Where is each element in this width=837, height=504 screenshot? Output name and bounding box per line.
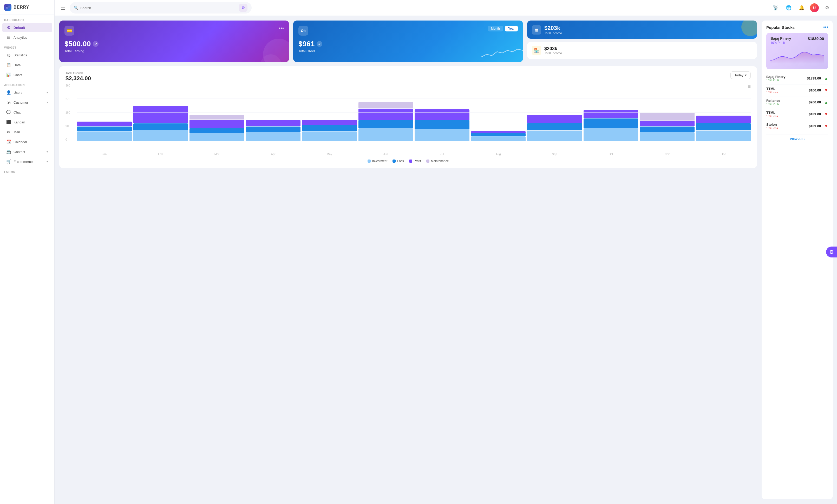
sidebar-item-contact[interactable]: 📇 Contact ▾ bbox=[2, 147, 52, 156]
sidebar-item-default-label: Default bbox=[14, 26, 25, 30]
data-icon: 📋 bbox=[6, 62, 11, 67]
view-all-button[interactable]: View All › bbox=[766, 135, 828, 141]
chart-area: ≡ 360 270 180 90 0 bbox=[66, 84, 751, 157]
popular-stocks-menu[interactable]: ••• bbox=[823, 25, 828, 30]
avatar[interactable]: U bbox=[810, 3, 819, 12]
featured-chart-svg bbox=[770, 47, 824, 65]
mail-icon: ✉ bbox=[6, 130, 11, 134]
earning-card-menu[interactable]: ••• bbox=[279, 26, 284, 31]
income-top-card: ▦ $203k Total Income bbox=[527, 20, 757, 39]
stock-price-4: $189.00 bbox=[809, 124, 821, 128]
logo-area: 🫐 BERRY bbox=[0, 0, 54, 15]
stock-sub-0: 10% Profit bbox=[766, 79, 785, 82]
translate-button[interactable]: 🌐 bbox=[784, 3, 793, 13]
loss-dot bbox=[392, 160, 396, 163]
stock-price-0: $1839.00 bbox=[807, 76, 821, 80]
header: ☰ 🔍 ⚙ 📡 🌐 🔔 U ⚙ bbox=[55, 0, 837, 16]
users-chevron: ▾ bbox=[47, 91, 48, 94]
stock-sub-1: 10% loss bbox=[766, 91, 778, 94]
month-label-oct: Oct bbox=[584, 152, 638, 156]
growth-period-button[interactable]: Today ▾ bbox=[730, 72, 751, 79]
stock-name-4: Stolon bbox=[766, 123, 778, 127]
popular-stocks-card: Popular Stocks ••• Bajaj Finery 10% Prof… bbox=[762, 20, 833, 499]
sidebar-item-chart[interactable]: 📊 Chart bbox=[2, 70, 52, 79]
filter-button[interactable]: ⚙ bbox=[239, 4, 247, 12]
y-label-360: 360 bbox=[66, 84, 70, 87]
stock-arrow-4: ▼ bbox=[824, 124, 828, 129]
order-card-header: 🛍 Month Year bbox=[298, 26, 518, 36]
income-bottom-icon: 🏪 bbox=[532, 46, 541, 55]
chart-legend: Investment Loss Profit Maintenance bbox=[66, 159, 751, 163]
sidebar-item-customer[interactable]: 🛍 Customer ▾ bbox=[2, 98, 52, 107]
translate-icon: 🌐 bbox=[786, 5, 791, 11]
contact-icon: 📇 bbox=[6, 149, 11, 154]
application-section-label: Application bbox=[0, 80, 54, 88]
chat-icon: 💬 bbox=[6, 110, 11, 115]
sidebar-item-statistics[interactable]: ◎ Statistics bbox=[2, 50, 52, 60]
stock-row-3[interactable]: TTML10% loss$189.00▼ bbox=[766, 108, 828, 120]
income-bottom-label: Total Income bbox=[544, 52, 562, 55]
order-card-icon: 🛍 bbox=[298, 26, 308, 36]
growth-header: Total Growth $2,324.00 Today ▾ bbox=[66, 72, 751, 82]
stock-arrow-1: ▼ bbox=[824, 88, 828, 93]
income-top-label: Total Income bbox=[544, 32, 562, 35]
stock-row-1[interactable]: TTML10% loss$100.00▼ bbox=[766, 85, 828, 96]
sidebar-item-analytics[interactable]: ▤ Analytics bbox=[2, 33, 52, 42]
stock-row-2[interactable]: Reliance10% Profit$200.00▲ bbox=[766, 96, 828, 108]
logo-text: BERRY bbox=[14, 5, 29, 10]
ecommerce-chevron: ▾ bbox=[47, 160, 48, 163]
sidebar-item-data[interactable]: 📋 Data bbox=[2, 60, 52, 70]
featured-stock-info: Bajaj Finery 10% Profit bbox=[770, 36, 791, 45]
sidebar-item-calendar-label: Calendar bbox=[14, 140, 27, 144]
gear-icon: ⚙ bbox=[825, 5, 829, 11]
order-trend: ↙ bbox=[317, 41, 322, 47]
stock-left-3: TTML10% loss bbox=[766, 111, 778, 118]
settings-button[interactable]: ⚙ bbox=[822, 3, 832, 13]
featured-stock-profit: 10% Profit bbox=[770, 41, 791, 45]
sidebar-item-ecommerce[interactable]: 🛒 E-commerce ▾ bbox=[2, 157, 52, 166]
month-label-apr: Apr bbox=[246, 152, 301, 156]
search-input[interactable] bbox=[80, 6, 237, 10]
stock-arrow-3: ▼ bbox=[824, 112, 828, 117]
month-label-nov: Nov bbox=[640, 152, 695, 156]
stock-row-0[interactable]: Bajaj Finery10% Profit$1839.00▲ bbox=[766, 73, 828, 85]
grid-lines bbox=[77, 84, 751, 141]
gridline-360 bbox=[77, 84, 751, 84]
income-top-row: ▦ $203k Total Income bbox=[532, 25, 752, 35]
year-toggle[interactable]: Year bbox=[505, 26, 518, 32]
sidebar-item-chat[interactable]: 💬 Chat bbox=[2, 108, 52, 117]
sidebar-item-contact-label: Contact bbox=[14, 150, 25, 154]
month-label-mar: Mar bbox=[190, 152, 244, 156]
sidebar-item-kanban-label: Kanban bbox=[14, 120, 25, 124]
hamburger-button[interactable]: ☰ bbox=[60, 4, 67, 12]
bell-icon: 🔔 bbox=[799, 5, 804, 11]
growth-card: Total Growth $2,324.00 Today ▾ ≡ 360 bbox=[59, 66, 757, 168]
sidebar-item-calendar[interactable]: 📅 Calendar bbox=[2, 137, 52, 147]
stock-left-2: Reliance10% Profit bbox=[766, 99, 780, 106]
stock-right-3: $189.00▼ bbox=[809, 112, 828, 117]
notification-button[interactable]: 🔔 bbox=[797, 3, 806, 13]
toggle-row: Month Year bbox=[488, 26, 518, 32]
featured-stock-price: $1839.00 bbox=[808, 36, 824, 41]
income-bottom-amount: $203k bbox=[544, 46, 562, 52]
month-toggle[interactable]: Month bbox=[488, 26, 503, 32]
stock-row-4[interactable]: Stolon10% loss$189.00▼ bbox=[766, 120, 828, 132]
gridline-180 bbox=[77, 112, 751, 113]
stock-right-1: $100.00▼ bbox=[809, 88, 828, 93]
broadcast-button[interactable]: 📡 bbox=[771, 3, 780, 13]
contact-chevron: ▾ bbox=[47, 150, 48, 153]
sidebar-item-users[interactable]: 👤 Users ▾ bbox=[2, 88, 52, 97]
popular-stocks-title: Popular Stocks bbox=[766, 25, 795, 30]
stock-arrow-2: ▲ bbox=[824, 100, 828, 105]
sidebar-item-kanban[interactable]: ⬛ Kanban bbox=[2, 117, 52, 127]
earning-card-icon: 💳 bbox=[65, 26, 74, 36]
legend-profit: Profit bbox=[409, 159, 421, 163]
side-gear-button[interactable]: ⚙ bbox=[826, 246, 837, 258]
sidebar-item-default[interactable]: ⊙ Default bbox=[2, 23, 52, 32]
ecommerce-icon: 🛒 bbox=[6, 159, 11, 164]
main-area: ☰ 🔍 ⚙ 📡 🌐 🔔 U ⚙ bbox=[55, 0, 837, 504]
sidebar-item-mail[interactable]: ✉ Mail bbox=[2, 127, 52, 137]
month-label-jan: Jan bbox=[77, 152, 132, 156]
month-label-may: May bbox=[302, 152, 357, 156]
y-label-180: 180 bbox=[66, 111, 70, 114]
